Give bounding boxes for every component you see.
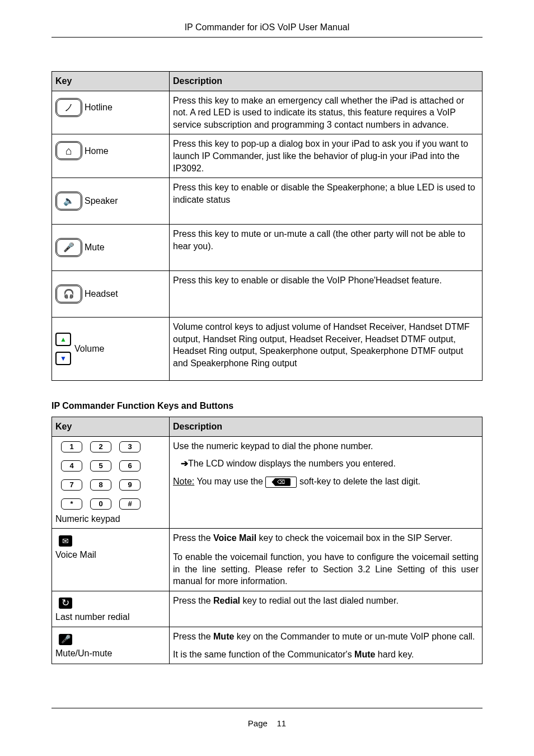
- desc-text: You may use the: [194, 477, 265, 486]
- table-row: 1 2 3 4 5 6 7 8 9 * 0 # Numeric keypad: [52, 436, 483, 529]
- table-row: ✉ Voice Mail Press the Voice Mail key to…: [52, 529, 483, 591]
- key-label: Speaker: [85, 195, 118, 207]
- home-key[interactable]: ⌂: [55, 141, 82, 160]
- numeric-keypad: 1 2 3 4 5 6 7 8 9 * 0 #: [61, 441, 166, 510]
- key-label: Volume: [74, 343, 104, 355]
- headset-key[interactable]: 🎧: [55, 284, 82, 304]
- keypad-9[interactable]: 9: [119, 479, 140, 491]
- key-label: Mute: [85, 241, 105, 254]
- backspace-softkey[interactable]: ⌫: [265, 477, 297, 488]
- keypad-3[interactable]: 3: [119, 441, 140, 452]
- desc-line: ➔The LCD window displays the numbers you…: [173, 458, 479, 470]
- desc-text: The LCD window displays the numbers you …: [188, 459, 396, 468]
- desc-cell: Volume control keys to adjust volume of …: [170, 318, 483, 381]
- volume-down-key[interactable]: ▼: [55, 352, 71, 365]
- key-label: Numeric keypad: [55, 513, 166, 525]
- voicemail-softkey[interactable]: ✉: [59, 535, 72, 547]
- keypad-5[interactable]: 5: [90, 460, 111, 472]
- desc-bold: Mute: [354, 650, 375, 659]
- desc-line: Note: You may use the ⌫ soft-key to dele…: [173, 475, 479, 488]
- desc-line: Press the Mute key on the Commander to m…: [173, 631, 479, 643]
- key-label: Headset: [85, 288, 118, 300]
- desc-line: It is the same function of the Communica…: [173, 648, 479, 661]
- hardware-keys-table: Key Description ノ Hotline Press this key…: [51, 71, 483, 381]
- footer-page-label: Page: [248, 718, 268, 728]
- arrow-icon: ➔: [181, 458, 188, 470]
- speaker-icon: 🔈: [59, 195, 79, 207]
- desc-line: Use the numeric keypad to dial the phone…: [173, 440, 479, 452]
- desc-text: Press the: [173, 596, 213, 605]
- headset-icon: 🎧: [59, 288, 79, 300]
- keypad-hash[interactable]: #: [119, 498, 140, 510]
- keypad-1[interactable]: 1: [61, 441, 82, 452]
- hotline-icon: ノ: [59, 101, 79, 114]
- volume-down-icon: ▼: [60, 354, 67, 363]
- desc-text: Press the: [173, 533, 213, 543]
- col-key-header: Key: [52, 72, 170, 91]
- desc-cell: Use the numeric keypad to dial the phone…: [170, 436, 483, 529]
- home-icon: ⌂: [59, 144, 79, 157]
- table-row: ↻ Last number redial Press the Redial ke…: [52, 591, 483, 627]
- desc-text: Press the: [173, 632, 213, 641]
- desc-cell: Press this key to mute or un-mute a call…: [170, 225, 483, 271]
- desc-line: Press the Voice Mail key to check the vo…: [173, 532, 479, 544]
- mute-key[interactable]: 🎤: [55, 238, 82, 257]
- desc-cell: Press the Mute key on the Commander to m…: [170, 627, 483, 664]
- desc-cell: Press this key to enable or disable the …: [170, 178, 483, 225]
- volume-up-key[interactable]: ▲: [55, 333, 71, 346]
- redial-softkey[interactable]: ↻: [59, 598, 72, 609]
- keypad-2[interactable]: 2: [90, 441, 111, 452]
- key-label: Mute/Un-mute: [55, 647, 166, 660]
- desc-cell: Press this key to pop-up a dialog box in…: [170, 134, 483, 178]
- desc-bold: Voice Mail: [213, 533, 256, 543]
- desc-cell: Press this key to make an emergency call…: [170, 91, 483, 134]
- col-desc-header: Description: [170, 417, 483, 437]
- table-row: 🎧 Headset Press this key to enable or di…: [52, 271, 483, 318]
- backspace-icon: ⌫: [271, 478, 291, 486]
- key-label: Voice Mail: [55, 549, 166, 561]
- keypad-4[interactable]: 4: [61, 460, 82, 472]
- key-label: Home: [85, 145, 109, 157]
- keypad-0[interactable]: 0: [90, 498, 111, 510]
- table-row: 🎤 Mute Press this key to mute or un-mute…: [52, 225, 483, 271]
- note-label: Note:: [173, 477, 194, 486]
- page-footer: Page 11: [51, 708, 483, 728]
- desc-line: To enable the voicemail function, you ha…: [173, 551, 479, 587]
- function-keys-table: Key Description 1 2 3 4 5 6 7 8 9: [51, 417, 483, 664]
- table-row: 🎤 Mute/Un-mute Press the Mute key on the…: [52, 627, 483, 664]
- footer-page-number: 11: [277, 718, 287, 728]
- desc-text: key to check the voicemail box in the SI…: [256, 533, 452, 543]
- desc-text: hard key.: [375, 650, 414, 659]
- desc-cell: Press the Voice Mail key to check the vo…: [170, 529, 483, 591]
- desc-cell: Press the Redial key to redial out the l…: [170, 591, 483, 627]
- desc-text: It is the same function of the Communica…: [173, 650, 354, 659]
- redial-icon: ↻: [62, 597, 69, 610]
- table-row: 🔈 Speaker Press this key to enable or di…: [52, 178, 483, 225]
- desc-cell: Press this key to enable or disable the …: [170, 271, 483, 318]
- desc-text: key to redial out the last dialed number…: [240, 596, 399, 605]
- speaker-key[interactable]: 🔈: [55, 192, 82, 211]
- table-row: ⌂ Home Press this key to pop-up a dialog…: [52, 134, 483, 178]
- keypad-6[interactable]: 6: [119, 460, 140, 472]
- desc-text: soft-key to delete the last digit.: [297, 477, 420, 486]
- keypad-8[interactable]: 8: [90, 479, 111, 491]
- mute-icon: 🎤: [59, 241, 79, 254]
- desc-bold: Mute: [213, 632, 234, 641]
- key-label: Hotline: [85, 101, 113, 114]
- keypad-star[interactable]: *: [61, 498, 82, 510]
- mic-icon: 🎤: [61, 634, 71, 645]
- desc-text: key on the Commander to mute or un-mute …: [234, 632, 475, 641]
- table-row: ▲ ▼ Volume Volume control keys to adjust…: [52, 318, 483, 381]
- page-header: IP Commander for iOS VoIP User Manual: [51, 22, 483, 38]
- hotline-key[interactable]: ノ: [55, 98, 82, 117]
- key-label: Last number redial: [55, 611, 166, 623]
- mute-softkey[interactable]: 🎤: [59, 634, 72, 645]
- col-desc-header: Description: [170, 72, 483, 91]
- volume-up-icon: ▲: [60, 335, 67, 344]
- mail-icon: ✉: [62, 536, 69, 547]
- table-row: ノ Hotline Press this key to make an emer…: [52, 91, 483, 134]
- desc-bold: Redial: [213, 596, 240, 605]
- section-title: IP Commander Function Keys and Buttons: [51, 401, 483, 411]
- keypad-7[interactable]: 7: [61, 479, 82, 491]
- col-key-header: Key: [52, 417, 170, 437]
